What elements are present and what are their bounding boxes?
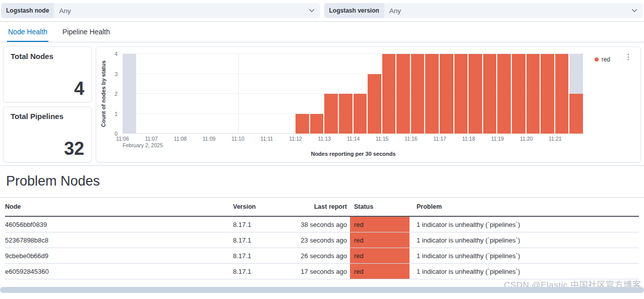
horizontal-scrollbar[interactable] bbox=[0, 287, 644, 293]
overview-section: Total Nodes 4 Total Pipelines 32 red ⋮ C… bbox=[0, 42, 644, 165]
x-tick-label: 11:08 bbox=[174, 136, 187, 142]
chart-bar bbox=[512, 54, 525, 134]
chart-bar bbox=[541, 54, 554, 134]
x-axis-title: Nodes reporting per 30 seconds bbox=[123, 151, 584, 157]
x-tick-label: 11:18 bbox=[462, 136, 476, 142]
legend-item-red[interactable]: red bbox=[595, 56, 610, 63]
total-pipelines-panel: Total Pipelines 32 bbox=[3, 106, 92, 162]
y-axis-ticks: 01234 bbox=[107, 54, 120, 134]
logstash-health-dashboard: Logstash node Any Logstash version Any N… bbox=[0, 0, 644, 299]
cell-last-report: 23 seconds ago bbox=[290, 236, 347, 244]
health-tabs: Node Health Pipeline Health bbox=[0, 22, 644, 42]
column-header-problem: Problem bbox=[412, 198, 639, 216]
x-tick-label: 11:16 bbox=[404, 136, 418, 142]
stats-column: Total Nodes 4 Total Pipelines 32 bbox=[3, 46, 92, 162]
chart-bar bbox=[368, 74, 381, 134]
v-gridline bbox=[238, 54, 239, 134]
table-body: 46056bbf08398.17.138 seconds agored1 ind… bbox=[5, 217, 639, 279]
x-tick-label: 11:13 bbox=[318, 136, 331, 142]
chevron-down-icon bbox=[308, 7, 320, 14]
cell-problem: 1 indicator is unhealthy (`pipelines`) bbox=[412, 252, 639, 260]
legend-dot bbox=[595, 57, 599, 62]
x-tick-label: 11:19 bbox=[491, 136, 504, 142]
chart-bar bbox=[411, 54, 425, 134]
x-tick-label: 11:07 bbox=[145, 136, 158, 142]
cell-problem: 1 indicator is unhealthy (`pipelines`) bbox=[412, 268, 639, 275]
x-tick-label: 11:06 bbox=[116, 136, 129, 142]
x-axis-ticks: 11:0611:0711:0811:0911:1011:1111:1211:13… bbox=[123, 136, 584, 142]
cell-node: 46056bbf0839 bbox=[5, 221, 233, 228]
chart-plot bbox=[123, 54, 584, 134]
chart-bar bbox=[454, 54, 468, 134]
cell-status: red bbox=[347, 248, 412, 263]
tab-pipeline-health[interactable]: Pipeline Health bbox=[62, 22, 111, 42]
legend-label: red bbox=[602, 56, 610, 63]
status-badge: red bbox=[350, 217, 409, 232]
table-row: 52367898b8c88.17.123 seconds agored1 ind… bbox=[5, 232, 639, 248]
x-tick-label: 11:11 bbox=[261, 136, 273, 142]
logstash-node-filter[interactable]: Logstash node Any bbox=[1, 3, 320, 18]
cell-version: 8.17.1 bbox=[233, 252, 290, 260]
status-badge: red bbox=[350, 248, 409, 263]
logstash-version-filter[interactable]: Logstash version Any bbox=[324, 3, 643, 18]
chart-bar bbox=[354, 94, 367, 134]
status-badge: red bbox=[350, 232, 409, 248]
y-tick-label: 1 bbox=[114, 111, 118, 117]
tab-node-health[interactable]: Node Health bbox=[7, 22, 48, 42]
y-tick-label: 3 bbox=[114, 71, 118, 77]
table-row: 46056bbf08398.17.138 seconds agored1 ind… bbox=[5, 217, 639, 232]
total-nodes-panel: Total Nodes 4 bbox=[3, 46, 92, 102]
problem-nodes-table: NodeVersionLast reportStatusProblem 4605… bbox=[0, 198, 644, 279]
x-tick-label: 11:21 bbox=[549, 136, 562, 142]
chart-bar bbox=[469, 54, 482, 134]
cell-node: e60592845360 bbox=[5, 268, 233, 275]
cell-version: 8.17.1 bbox=[233, 236, 290, 244]
filter-bar: Logstash node Any Logstash version Any bbox=[0, 0, 644, 22]
problem-nodes-header: Problem Nodes bbox=[0, 165, 644, 198]
cell-last-report: 26 seconds ago bbox=[290, 252, 347, 260]
cell-last-report: 38 seconds ago bbox=[290, 221, 347, 228]
chart-bar bbox=[324, 94, 338, 134]
cell-last-report: 17 seconds ago bbox=[290, 268, 347, 275]
y-tick-label: 2 bbox=[114, 91, 118, 97]
logstash-version-filter-value: Any bbox=[384, 7, 406, 15]
cell-problem: 1 indicator is unhealthy (`pipelines`) bbox=[412, 236, 639, 244]
table-row: e605928453608.17.117 seconds agored1 ind… bbox=[5, 264, 639, 279]
table-header-row: NodeVersionLast reportStatusProblem bbox=[5, 198, 639, 217]
x-tick-label: 11:14 bbox=[347, 136, 360, 142]
cell-status: red bbox=[347, 232, 412, 248]
x-tick-label: 11:20 bbox=[520, 136, 533, 142]
chart-bar bbox=[425, 54, 439, 134]
y-tick-label: 4 bbox=[114, 51, 118, 57]
cell-problem: 1 indicator is unhealthy (`pipelines`) bbox=[412, 221, 639, 228]
nodes-reporting-chart-panel: red ⋮ Count of nodes by status 01234 11:… bbox=[96, 46, 641, 162]
status-badge: red bbox=[350, 264, 409, 279]
logstash-node-filter-label: Logstash node bbox=[1, 3, 54, 18]
logstash-version-filter-label: Logstash version bbox=[324, 3, 384, 18]
x-tick-label: 11:15 bbox=[376, 136, 389, 142]
chart-bar bbox=[569, 94, 583, 134]
chevron-down-icon bbox=[631, 7, 643, 14]
page-title: Problem Nodes bbox=[6, 173, 638, 189]
total-pipelines-value: 32 bbox=[64, 140, 84, 158]
y-axis-title: Count of nodes by status bbox=[100, 54, 106, 134]
chart-bar bbox=[483, 54, 497, 134]
column-header-node: Node bbox=[5, 198, 233, 216]
chart-bar bbox=[555, 54, 569, 134]
chart-bar bbox=[440, 54, 453, 134]
cell-status: red bbox=[347, 264, 412, 279]
x-tick-label: 11:17 bbox=[433, 136, 446, 142]
column-header-status: Status bbox=[347, 198, 412, 216]
chart-bar bbox=[526, 54, 540, 134]
chart-bar bbox=[497, 54, 511, 134]
cell-version: 8.17.1 bbox=[233, 221, 290, 228]
kebab-menu-icon[interactable]: ⋮ bbox=[624, 53, 632, 61]
x-tick-label: 11:10 bbox=[231, 136, 245, 142]
chart-bar bbox=[296, 114, 309, 134]
chart-bar bbox=[310, 114, 324, 134]
x-tick-label: 11:12 bbox=[289, 136, 302, 142]
cell-node: 9cbebe0b66d9 bbox=[5, 252, 233, 260]
partial-bucket-bar bbox=[123, 54, 136, 134]
logstash-node-filter-value: Any bbox=[54, 7, 76, 15]
total-nodes-value: 4 bbox=[74, 80, 84, 98]
